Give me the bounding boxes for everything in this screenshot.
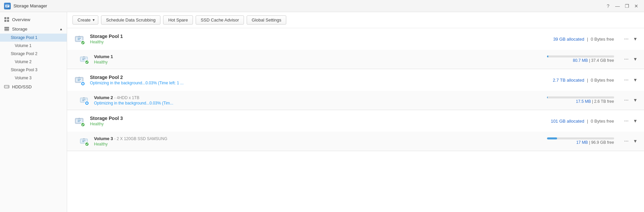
svg-point-28 [82, 83, 84, 85]
pool-header-0[interactable]: Storage Pool 1 Healthy 39 GB allocated |… [67, 28, 644, 50]
sidebar-item-storage-pool-3[interactable]: Storage Pool 3 [0, 66, 67, 74]
svg-point-34 [86, 102, 88, 104]
overview-label: Overview [12, 17, 30, 22]
volume-stats-2-0: 17 MB | 96.9 GB free [547, 137, 614, 145]
app-title: Storage Manager [13, 3, 47, 8]
volume-sub-2-0: - 2 X 120GB SSD SAMSUNG [114, 136, 167, 141]
volume-row-0-0: Volume 1 Healthy 80.7 MB | 37.4 GB free … [67, 50, 644, 69]
volume-expand-btn-1-0[interactable]: ▾ [632, 97, 639, 103]
pool-name-1: Storage Pool 2 [90, 75, 549, 80]
volume-menu-btn-1-0[interactable]: ··· [622, 97, 631, 103]
sidebar-item-storage-pool-1[interactable]: Storage Pool 1 [0, 34, 67, 42]
svg-rect-1 [6, 5, 9, 6]
sidebar-item-volume-3[interactable]: Volume 3 [0, 74, 67, 82]
sidebar-item-overview[interactable]: Overview [0, 15, 67, 24]
volume-menu-btn-2-0[interactable]: ··· [622, 138, 631, 144]
svg-rect-4 [7, 17, 9, 19]
svg-rect-32 [82, 99, 86, 100]
maximize-button[interactable]: ❐ [623, 2, 631, 10]
svg-rect-3 [4, 17, 6, 19]
storage-icon [4, 26, 9, 32]
volume-row-2-0: Volume 3 - 2 X 120GB SSD SAMSUNG Healthy… [67, 132, 644, 151]
pool-icon-2 [72, 114, 86, 128]
volume-actions-1-0: ··· ▾ [622, 97, 639, 103]
svg-rect-39 [78, 121, 80, 122]
pool-stats-1: 2.7 TB allocated | 0 Bytes free [553, 78, 614, 83]
pool-allocated-2: 101 GB allocated [551, 119, 584, 124]
create-button[interactable]: Create ▼ [72, 15, 98, 25]
title-bar-left: Storage Manager [4, 3, 47, 9]
sidebar-storage-header[interactable]: Storage ▲ [0, 24, 67, 34]
pool-expand-btn-0[interactable]: ▾ [632, 36, 639, 42]
volume-size-free-0-0: 37.4 GB free [591, 58, 614, 63]
volume-expand-btn-0-0[interactable]: ▾ [632, 56, 639, 62]
volume-stats-1-0: 17.5 MB | 2.6 TB free [547, 96, 614, 104]
volume-header-0-0[interactable]: Volume 1 Healthy 80.7 MB | 37.4 GB free … [67, 50, 644, 69]
pool-menu-btn-0[interactable]: ··· [622, 36, 631, 42]
create-dropdown-arrow: ▼ [92, 18, 95, 22]
volume-icon-1-0 [78, 94, 90, 106]
progress-bar-fill-0-0 [547, 55, 548, 57]
pool-icon-1 [72, 73, 86, 87]
minimize-button[interactable]: — [614, 2, 621, 10]
pool-info-2: Storage Pool 3 Healthy [90, 116, 547, 126]
volume-status-badge-1-0 [85, 101, 89, 105]
title-bar: Storage Manager ? — ❐ ✕ [0, 0, 644, 12]
help-button[interactable]: ? [604, 2, 612, 10]
volume-header-1-0[interactable]: Volume 2 - 4HDD x 1TB Optimizing in the … [67, 91, 644, 110]
svg-rect-5 [4, 20, 6, 22]
pool-header-2[interactable]: Storage Pool 3 Healthy 101 GB allocated … [67, 110, 644, 132]
pool-stats-2: 101 GB allocated | 0 Bytes free [551, 119, 614, 124]
sidebar-item-volume-2[interactable]: Volume 2 [0, 58, 67, 66]
app-icon [4, 3, 11, 9]
volume-menu-btn-0-0[interactable]: ··· [622, 56, 631, 62]
close-button[interactable]: ✕ [633, 2, 640, 10]
pool-free-separator-0: | [587, 37, 588, 42]
progress-bar-wrap-2-0 [547, 137, 614, 139]
volume-size-text-0-0: 80.7 MB | 37.4 GB free [573, 58, 614, 63]
svg-rect-16 [78, 38, 81, 39]
global-settings-button[interactable]: Global Settings [247, 15, 286, 25]
pool-row-0: Storage Pool 1 Healthy 39 GB allocated |… [67, 28, 644, 69]
pool-expand-btn-1[interactable]: ▾ [632, 77, 639, 83]
pool-free-separator-2: | [587, 119, 588, 124]
svg-rect-44 [82, 141, 84, 142]
volume-status-badge-0-0 [85, 60, 89, 65]
pool-info-0: Storage Pool 1 Healthy [90, 34, 549, 44]
svg-rect-22 [82, 59, 84, 60]
volume-row-1-0: Volume 2 - 4HDD x 1TB Optimizing in the … [67, 91, 644, 110]
volume-name-0-0: Volume 1 [94, 54, 543, 59]
volume-size-text-1-0: 17.5 MB | 2.6 TB free [576, 99, 614, 104]
schedule-scrubbing-button[interactable]: Schedule Data Scrubbing [101, 15, 160, 25]
volume-size-mb-1-0: 17.5 MB [576, 99, 591, 104]
volume-header-2-0[interactable]: Volume 3 - 2 X 120GB SSD SAMSUNG Healthy… [67, 132, 644, 151]
volume-status-text-0-0: Healthy [94, 60, 543, 65]
volume-status-badge-2-0 [85, 142, 89, 146]
sidebar-item-storage-pool-2[interactable]: Storage Pool 2 [0, 50, 67, 58]
volume-stats-0-0: 80.7 MB | 37.4 GB free [547, 55, 614, 63]
hot-spare-button[interactable]: Hot Spare [163, 15, 193, 25]
volume-info-0-0: Volume 1 Healthy [94, 54, 543, 65]
storage-list: Storage Pool 1 Healthy 39 GB allocated |… [67, 28, 644, 212]
pool-free-separator-1: | [587, 78, 588, 83]
pool-actions-1: ··· ▾ [622, 77, 639, 83]
svg-rect-43 [82, 140, 86, 141]
svg-rect-2 [6, 6, 8, 7]
pool-header-1[interactable]: Storage Pool 2 Optimizing in the backgro… [67, 69, 644, 91]
storage-chevron: ▲ [59, 27, 63, 31]
volume-expand-btn-2-0[interactable]: ▾ [632, 138, 639, 144]
volume-size-text-2-0: 17 MB | 96.9 GB free [576, 140, 614, 145]
pool-info-1: Storage Pool 2 Optimizing in the backgro… [90, 75, 549, 85]
pool-menu-btn-2[interactable]: ··· [622, 118, 631, 124]
svg-rect-33 [82, 100, 84, 101]
main-layout: Overview Storage ▲ Storage Pool 1 Volume… [0, 12, 644, 212]
pool-menu-btn-1[interactable]: ··· [622, 77, 631, 83]
svg-rect-26 [78, 79, 81, 80]
ssd-cache-advisor-button[interactable]: SSD Cache Advisor [196, 15, 244, 25]
volume-actions-0-0: ··· ▾ [622, 56, 639, 62]
pool-row-2: Storage Pool 3 Healthy 101 GB allocated … [67, 110, 644, 151]
pool-expand-btn-2[interactable]: ▾ [632, 118, 639, 124]
sidebar-item-hdd-ssd[interactable]: HDD/SSD [0, 82, 67, 91]
sidebar-item-volume-1[interactable]: Volume 1 [0, 42, 67, 50]
pool-status-badge-1 [81, 81, 85, 86]
